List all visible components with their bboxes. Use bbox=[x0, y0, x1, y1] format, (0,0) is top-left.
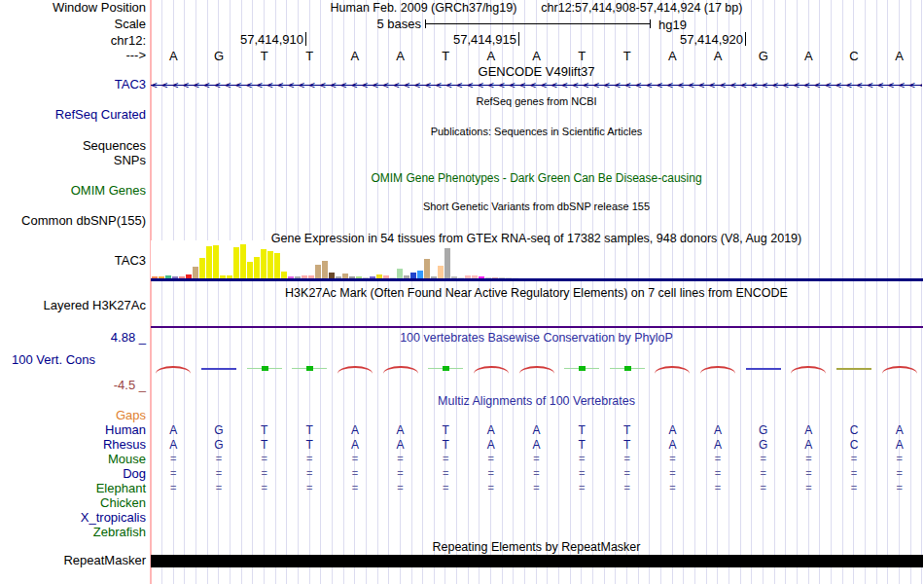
conservation-green-dot bbox=[443, 366, 449, 371]
alignment-identity-mark: = bbox=[423, 453, 469, 464]
species-label-rhesus[interactable]: Rhesus bbox=[0, 438, 146, 452]
conservation-mark-blue bbox=[746, 368, 781, 370]
base-letter: A bbox=[377, 49, 423, 63]
species-label-zebrafish[interactable]: Zebrafish bbox=[0, 526, 146, 539]
alignment-identity-mark: = bbox=[786, 467, 832, 479]
strand-direction-label[interactable]: ---> bbox=[0, 49, 146, 62]
alignment-base: A bbox=[514, 423, 559, 437]
species-label-gaps[interactable]: Gaps bbox=[0, 409, 146, 422]
alignment-base: T bbox=[423, 438, 469, 452]
alignment-base: T bbox=[604, 438, 650, 452]
alignment-base: T bbox=[241, 438, 287, 452]
base-letter: A bbox=[151, 49, 196, 63]
track-label-tac3-gene[interactable]: TAC3 bbox=[0, 78, 146, 91]
track-title-phylop[interactable]: 100 vertebrates Basewise Conservation by… bbox=[151, 331, 922, 345]
base-letter: A bbox=[650, 49, 695, 63]
alignment-base: G bbox=[740, 438, 786, 452]
conservation-max-value: 4.88 _ bbox=[0, 331, 146, 345]
track-label-repeatmasker[interactable]: RepeatMasker bbox=[0, 554, 146, 567]
track-title-refseq[interactable]: RefSeq genes from NCBI bbox=[151, 95, 922, 107]
alignment-base: T bbox=[241, 423, 287, 437]
conservation-mark-green bbox=[428, 366, 463, 372]
alignment-base: A bbox=[695, 438, 741, 452]
conservation-mark-green bbox=[292, 366, 327, 372]
scale-ruler bbox=[425, 19, 651, 28]
alignment-identity-mark: = bbox=[333, 482, 378, 493]
gtex-tissue-bar bbox=[213, 245, 219, 278]
alignment-base: C bbox=[832, 438, 877, 452]
base-letter: T bbox=[423, 49, 469, 63]
alignment-identity-mark: = bbox=[650, 453, 695, 464]
species-label-dog[interactable]: Dog bbox=[0, 467, 146, 481]
base-letter: G bbox=[196, 49, 242, 63]
repeatmasker-element-bar[interactable] bbox=[151, 555, 923, 567]
alignment-identity-mark: = bbox=[832, 453, 877, 464]
track-title-omim[interactable]: OMIM Gene Phenotypes - Dark Green Can Be… bbox=[151, 171, 922, 185]
coordinate-label: 57,414,915 bbox=[400, 32, 516, 47]
alignment-base: A bbox=[876, 438, 922, 452]
alignment-base: A bbox=[469, 423, 515, 437]
alignment-identity-mark: = bbox=[740, 482, 786, 493]
track-label-omim-genes[interactable]: OMIM Genes bbox=[0, 184, 146, 198]
track-label-layered-h3k27ac[interactable]: Layered H3K27Ac bbox=[0, 299, 146, 312]
alignment-base: A bbox=[151, 438, 196, 452]
alignment-identity-mark: = bbox=[695, 453, 741, 464]
track-title-multiz[interactable]: Multiz Alignments of 100 Vertebrates bbox=[151, 394, 922, 408]
alignment-identity-mark: = bbox=[287, 467, 333, 479]
track-label-common-dbsnp[interactable]: Common dbSNP(155) bbox=[0, 214, 146, 228]
tac3-gene-item[interactable]: <<<<<<<<<<<<<<<<<<<<<<<<<<<<<<<<<<<<<<<<… bbox=[151, 79, 922, 91]
base-letter: A bbox=[786, 49, 832, 63]
alignment-identity-mark: = bbox=[559, 453, 605, 464]
alignment-identity-mark: = bbox=[287, 482, 333, 493]
track-label-sequences[interactable]: Sequences bbox=[0, 139, 146, 153]
gtex-tissue-bar bbox=[424, 259, 430, 278]
conservation-mark-red bbox=[882, 366, 917, 374]
track-label-refseq-curated[interactable]: RefSeq Curated bbox=[0, 108, 146, 122]
coordinate-tick bbox=[518, 32, 519, 46]
alignment-base: T bbox=[559, 438, 605, 452]
alignment-base: T bbox=[287, 438, 333, 452]
species-label-mouse[interactable]: Mouse bbox=[0, 453, 146, 466]
gtex-expression-barchart[interactable] bbox=[151, 240, 604, 279]
track-title-gtex[interactable]: Gene Expression in 54 tissues from GTEx … bbox=[151, 232, 922, 245]
alignment-base: A bbox=[377, 438, 423, 452]
conservation-mark-red bbox=[383, 366, 418, 374]
species-label-elephant[interactable]: Elephant bbox=[0, 482, 146, 495]
alignment-identity-mark: = bbox=[604, 453, 650, 464]
gtex-tissue-bar bbox=[240, 244, 246, 278]
alignment-identity-mark: = bbox=[377, 467, 423, 479]
track-label-snps[interactable]: SNPs bbox=[0, 154, 146, 167]
track-label-tac3-gtex[interactable]: TAC3 bbox=[0, 254, 146, 268]
track-label-100-vert-cons[interactable]: 100 Vert. Cons bbox=[0, 353, 95, 367]
gtex-tissue-bar bbox=[199, 258, 205, 278]
alignment-identity-mark: = bbox=[469, 467, 515, 479]
gtex-baseline bbox=[151, 278, 923, 281]
alignment-identity-mark: = bbox=[469, 453, 515, 464]
alignment-identity-mark: = bbox=[333, 467, 378, 479]
alignment-base: A bbox=[514, 438, 559, 452]
base-letter: A bbox=[514, 49, 559, 63]
track-title-dbsnp[interactable]: Short Genetic Variants from dbSNP releas… bbox=[151, 201, 922, 212]
track-title-gencode[interactable]: GENCODE V49lift37 bbox=[151, 64, 922, 79]
alignment-identity-mark: = bbox=[559, 467, 605, 479]
alignment-base: A bbox=[151, 423, 196, 437]
gtex-tissue-bar bbox=[322, 261, 328, 278]
alignment-identity-mark: = bbox=[241, 453, 287, 464]
alignment-identity-mark: = bbox=[695, 482, 741, 493]
species-label-x_tropicalis[interactable]: X_tropicalis bbox=[0, 511, 146, 525]
coordinate-tick bbox=[305, 32, 306, 46]
gtex-tissue-bar bbox=[315, 265, 321, 278]
species-label-human[interactable]: Human bbox=[0, 423, 146, 437]
alignment-identity-mark: = bbox=[196, 482, 242, 493]
assembly-tag: hg19 bbox=[658, 18, 687, 32]
track-title-h3k27ac[interactable]: H3K27Ac Mark (Often Found Near Active Re… bbox=[151, 286, 922, 300]
gtex-tissue-bar bbox=[274, 253, 280, 278]
track-title-publications[interactable]: Publications: Sequences in Scientific Ar… bbox=[151, 126, 922, 137]
gtex-tissue-bar bbox=[444, 248, 450, 278]
species-label-chicken[interactable]: Chicken bbox=[0, 496, 146, 510]
coordinate-label: 57,414,920 bbox=[626, 32, 743, 47]
conservation-green-dot bbox=[579, 366, 586, 371]
alignment-identity-mark: = bbox=[650, 467, 695, 479]
track-title-repeatmasker[interactable]: Repeating Elements by RepeatMasker bbox=[151, 540, 922, 554]
alignment-identity-mark: = bbox=[514, 482, 559, 493]
